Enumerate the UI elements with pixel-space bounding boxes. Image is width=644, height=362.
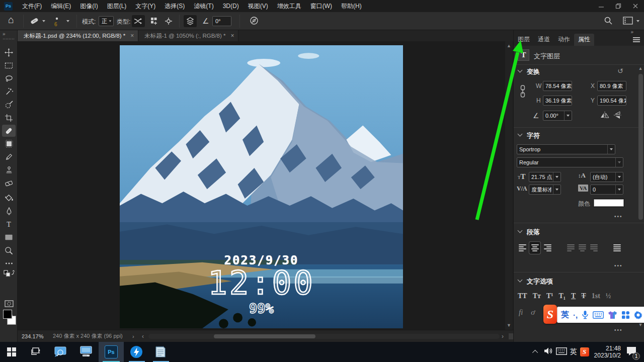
- menu-edit[interactable]: 编辑(E): [46, 0, 75, 12]
- document-tab-2[interactable]: 未标题-1 @ 1050% (:, RGB/8) * ×: [138, 30, 238, 41]
- justify-last-right-button[interactable]: [588, 242, 599, 254]
- pattern-stamp-tool[interactable]: [2, 138, 16, 150]
- stamp-tool[interactable]: [2, 164, 16, 176]
- sogou-settings-icon[interactable]: [634, 311, 642, 319]
- search-icon[interactable]: [604, 16, 613, 25]
- menu-plugins[interactable]: 增效工具: [273, 0, 306, 12]
- shape-tool[interactable]: [2, 231, 16, 243]
- tracking-select[interactable]: 0: [590, 185, 623, 195]
- horizontal-scroll-thumb[interactable]: [214, 334, 315, 338]
- move-tool[interactable]: [2, 46, 16, 58]
- y-field[interactable]: 190.54 像素: [597, 96, 626, 106]
- canvas-area[interactable]: 2023/9/30 12:00 99% ▲ ▼: [18, 41, 513, 330]
- canvas-horizontal-scrollbar[interactable]: [148, 334, 500, 339]
- kerning-select[interactable]: 度量标准: [529, 185, 561, 195]
- angle-input[interactable]: 0°: [212, 16, 231, 26]
- scroll-right-icon[interactable]: ›: [502, 333, 504, 340]
- type-options-more-icon[interactable]: •••: [614, 327, 623, 333]
- sogou-toolbox-icon[interactable]: [621, 311, 630, 319]
- notification-center-button[interactable]: 1: [626, 346, 637, 358]
- sogou-skin-icon[interactable]: [608, 311, 617, 319]
- search-app-button[interactable]: [49, 342, 72, 362]
- tray-expand-icon[interactable]: [532, 350, 538, 355]
- type-tool[interactable]: T: [2, 218, 16, 230]
- align-center-button[interactable]: [529, 242, 540, 254]
- mode-select[interactable]: 正: [99, 16, 114, 26]
- taskbar-notepad-button[interactable]: [149, 342, 172, 362]
- menu-filter[interactable]: 滤镜(T): [189, 0, 218, 12]
- touch-keyboard-icon[interactable]: [556, 347, 567, 357]
- ordinals-button[interactable]: 1st: [592, 292, 600, 300]
- more-tools-icon[interactable]: [2, 257, 16, 269]
- reset-transform-icon[interactable]: ↺: [617, 67, 623, 75]
- task-view-button[interactable]: [24, 342, 47, 362]
- spot-healing-brush-tool[interactable]: [2, 125, 16, 137]
- close-button[interactable]: [627, 0, 644, 12]
- paragraph-collapse-icon[interactable]: [518, 228, 523, 233]
- panel-menu-icon[interactable]: [633, 37, 640, 42]
- scroll-up-icon[interactable]: ▲: [505, 43, 513, 48]
- lasso-tool[interactable]: [2, 72, 16, 84]
- pen-tool[interactable]: [2, 205, 16, 217]
- start-button[interactable]: [0, 342, 23, 362]
- justify-all-button[interactable]: [611, 242, 622, 254]
- status-more-icon[interactable]: ›: [132, 333, 134, 339]
- pencil-tool[interactable]: [2, 151, 16, 163]
- font-family-select[interactable]: Sportrop: [517, 144, 615, 154]
- document-tab-1[interactable]: 未标题-1.psd @ 234% (12:00, RGB/8) * ×: [18, 30, 138, 41]
- taskbar-photoshop-button[interactable]: Ps: [99, 342, 124, 362]
- taskbar-clock[interactable]: 21:48 2023/10/2: [594, 345, 621, 359]
- tab-channels[interactable]: 通道: [534, 34, 554, 46]
- volume-icon[interactable]: [544, 347, 553, 357]
- crop-tool[interactable]: [2, 112, 16, 124]
- taskbar-app2-button[interactable]: [125, 342, 148, 362]
- menu-file[interactable]: 文件(F): [18, 0, 46, 12]
- sogou-keyboard-icon[interactable]: [593, 311, 604, 319]
- panel-scroll-thumb[interactable]: [638, 74, 643, 220]
- create-texture-button[interactable]: [148, 15, 161, 27]
- menu-3d[interactable]: 3D(D): [218, 0, 244, 12]
- gradient-tool[interactable]: [2, 192, 16, 204]
- remote-desktop-button[interactable]: [74, 342, 98, 362]
- font-size-select[interactable]: 21.75 点: [529, 172, 561, 182]
- paragraph-more-icon[interactable]: •••: [614, 263, 623, 268]
- font-style-select[interactable]: Regular: [517, 157, 623, 167]
- document-tab-2-close-icon[interactable]: ×: [230, 32, 234, 39]
- small-caps-button[interactable]: Tᴛ: [533, 292, 541, 300]
- x-field[interactable]: 80.9 像素: [597, 81, 626, 91]
- tool-dropdown-caret[interactable]: [42, 20, 45, 22]
- justify-last-center-button[interactable]: [577, 242, 588, 254]
- healing-brush-tool-icon[interactable]: [28, 16, 40, 27]
- minimize-button[interactable]: [593, 0, 610, 12]
- sample-all-layers-button[interactable]: [184, 15, 197, 27]
- scroll-left-icon[interactable]: ‹: [142, 333, 144, 340]
- menu-view[interactable]: 视图(V): [244, 0, 273, 12]
- document-tab-1-close-icon[interactable]: ×: [130, 32, 134, 39]
- workspace-caret[interactable]: [636, 20, 639, 22]
- panel-collapse-icon[interactable]: »: [630, 29, 633, 35]
- eraser-tool[interactable]: [2, 177, 16, 189]
- zoom-tool[interactable]: [2, 244, 16, 256]
- menu-select[interactable]: 选择(S): [160, 0, 189, 12]
- fractions-button[interactable]: ½: [606, 292, 611, 300]
- ligatures-button[interactable]: fi: [519, 308, 523, 317]
- restore-button[interactable]: [610, 0, 627, 12]
- brush-preview-icon[interactable]: [54, 16, 59, 21]
- rotation-field[interactable]: 0.00°: [543, 111, 572, 121]
- strikethrough-button[interactable]: T: [581, 292, 586, 300]
- superscript-button[interactable]: T¹: [546, 292, 553, 300]
- text-color-swatch[interactable]: [593, 199, 624, 207]
- tab-layers[interactable]: 图层: [514, 34, 534, 46]
- brush-dropdown-caret[interactable]: [66, 20, 69, 22]
- all-caps-button[interactable]: TT: [518, 292, 527, 300]
- marquee-tool[interactable]: [2, 59, 16, 71]
- taskbar-language-indicator[interactable]: 英: [570, 347, 577, 356]
- type-options-collapse-icon[interactable]: [518, 278, 523, 283]
- home-icon[interactable]: ⌂: [8, 14, 14, 26]
- subscript-button[interactable]: T₁: [558, 292, 566, 300]
- tab-actions[interactable]: 动作: [554, 34, 574, 46]
- tools-collapse-icon[interactable]: »: [3, 31, 5, 37]
- canvas-vertical-scrollbar[interactable]: ▲ ▼: [505, 41, 513, 330]
- swash-button[interactable]: ơ: [531, 308, 535, 317]
- menu-layer[interactable]: 图层(L): [103, 0, 131, 12]
